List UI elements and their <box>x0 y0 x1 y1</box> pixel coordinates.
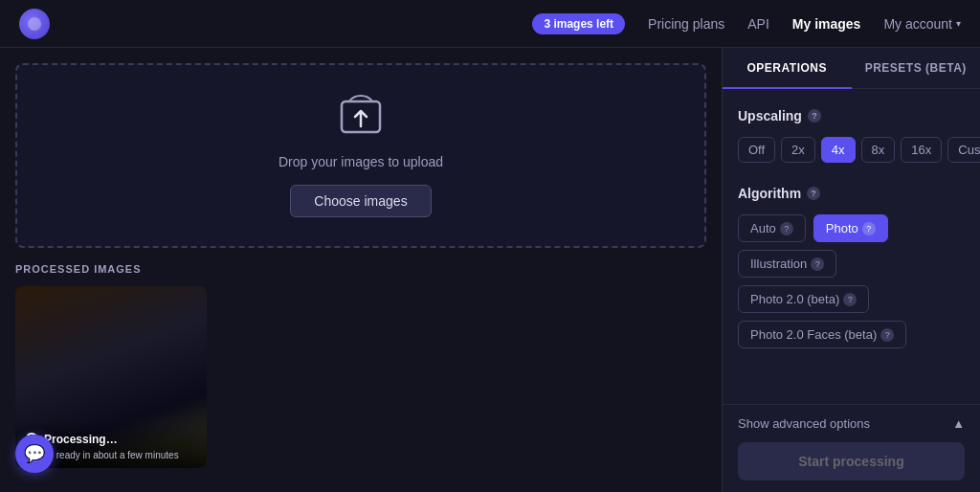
start-processing-button[interactable]: Start processing <box>738 442 965 481</box>
processing-label: Processing… <box>44 433 118 446</box>
pricing-link[interactable]: Pricing plans <box>648 16 724 32</box>
main-layout: Drop your images to upload Choose images… <box>0 48 980 492</box>
upscale-8x-btn[interactable]: 8x <box>861 137 896 163</box>
left-panel: Drop your images to upload Choose images… <box>0 48 722 492</box>
header: 3 images left Pricing plans API My image… <box>0 0 980 48</box>
panel-footer: Show advanced options ▲ Start processing <box>723 404 980 492</box>
my-images-link[interactable]: My images <box>792 16 861 32</box>
logo[interactable] <box>19 9 50 39</box>
algorithm-info-icon[interactable]: ? <box>807 187 820 200</box>
upscaling-label: Upscaling ? <box>738 108 965 123</box>
photo20-info-icon[interactable]: ? <box>843 293 857 306</box>
tab-presets[interactable]: PRESETS (BETA) <box>852 48 981 88</box>
photo-info-icon[interactable]: ? <box>862 222 876 235</box>
chat-bubble-button[interactable]: 💬 <box>15 435 54 473</box>
upload-icon <box>338 94 384 143</box>
upload-zone[interactable]: Drop your images to upload Choose images <box>15 63 706 248</box>
auto-info-icon[interactable]: ? <box>780 222 793 235</box>
algorithm-label: Algorithm ? <box>738 186 965 201</box>
processed-section-title: PROCESSED IMAGES <box>15 263 706 275</box>
upscale-off-btn[interactable]: Off <box>738 137 775 163</box>
upscale-4x-btn[interactable]: 4x <box>821 137 856 163</box>
header-nav: 3 images left Pricing plans API My image… <box>532 13 961 34</box>
upscale-16x-btn[interactable]: 16x <box>901 137 942 163</box>
faces-info-icon[interactable]: ? <box>880 328 894 342</box>
upscale-custom-btn[interactable]: Custom <box>947 137 980 163</box>
algo-photo-20-btn[interactable]: Photo 2.0 (beta) ? <box>738 285 869 313</box>
algo-photo-btn[interactable]: Photo ? <box>813 214 888 242</box>
choose-images-button[interactable]: Choose images <box>290 185 431 217</box>
show-advanced-label: Show advanced options <box>738 416 870 431</box>
panel-content: Upscaling ? Off 2x 4x 8x 16x Custom Algo… <box>723 89 980 404</box>
chevron-down-icon: ▾ <box>956 18 961 29</box>
my-account-menu[interactable]: My account ▾ <box>883 16 961 32</box>
chat-icon: 💬 <box>24 443 45 464</box>
my-account-label: My account <box>883 16 952 32</box>
tab-operations[interactable]: OPERATIONS <box>723 48 852 88</box>
advanced-chevron-icon: ▲ <box>952 416 965 431</box>
algo-illustration-btn[interactable]: Illustration ? <box>738 250 836 278</box>
illustration-info-icon[interactable]: ? <box>811 257 824 271</box>
images-grid: Processing… Will be ready in about a few… <box>15 286 706 468</box>
upscale-2x-btn[interactable]: 2x <box>781 137 815 163</box>
images-left-badge: 3 images left <box>532 13 625 34</box>
algo-auto-btn[interactable]: Auto ? <box>738 214 806 242</box>
right-panel: OPERATIONS PRESETS (BETA) Upscaling ? Of… <box>722 48 980 492</box>
upscale-options: Off 2x 4x 8x 16x Custom <box>738 137 965 163</box>
api-link[interactable]: API <box>747 16 769 32</box>
algo-faces-btn[interactable]: Photo 2.0 Faces (beta) ? <box>738 321 906 348</box>
upscaling-info-icon[interactable]: ? <box>808 109 821 123</box>
drop-text: Drop your images to upload <box>278 154 443 169</box>
tabs-bar: OPERATIONS PRESETS (BETA) <box>723 48 980 89</box>
show-advanced-btn[interactable]: Show advanced options ▲ <box>738 416 965 431</box>
algo-options: Auto ? Photo ? Illustration ? Photo 2.0 … <box>738 214 965 348</box>
